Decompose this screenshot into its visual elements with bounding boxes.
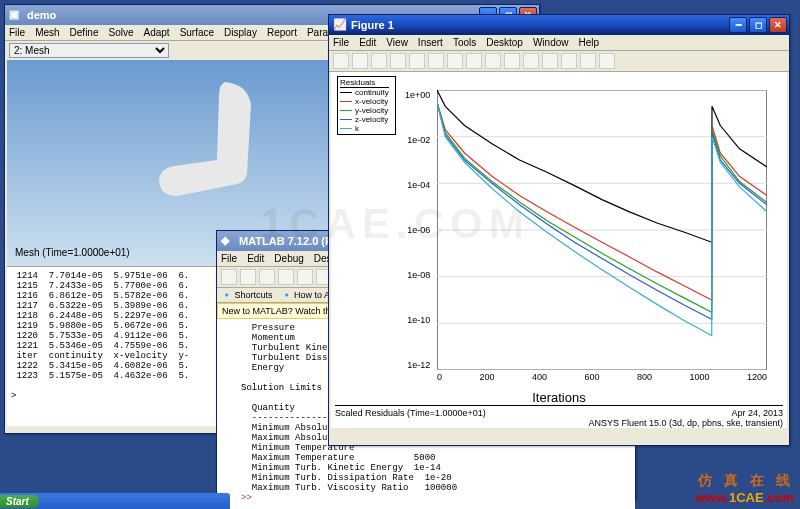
- legend-item: z-velocity: [340, 115, 389, 124]
- legend-item: k: [340, 124, 389, 133]
- tool-icon[interactable]: [221, 269, 237, 285]
- plot-area: Residuals continuityx-velocityy-velocity…: [331, 72, 787, 428]
- menu-file[interactable]: File: [9, 27, 25, 38]
- menu-file[interactable]: File: [333, 37, 349, 48]
- footer-left: Scaled Residuals (Time=1.0000e+01): [335, 408, 486, 428]
- demo-title: demo: [27, 9, 56, 21]
- hide-tools-icon[interactable]: [599, 53, 615, 69]
- menu-surface[interactable]: Surface: [180, 27, 214, 38]
- brush-icon[interactable]: [523, 53, 539, 69]
- x-axis-ticks: 020040060080010001200: [437, 372, 767, 382]
- datacursor-icon[interactable]: [504, 53, 520, 69]
- chart: [437, 90, 767, 370]
- legend-title: Residuals: [340, 78, 389, 88]
- menu-insert[interactable]: Insert: [418, 37, 443, 48]
- footer-right: ANSYS Fluent 15.0 (3d, dp, pbns, ske, tr…: [588, 418, 783, 428]
- menu-report[interactable]: Report: [267, 27, 297, 38]
- brand-url: www.1CAE.com: [696, 490, 795, 505]
- menu-edit[interactable]: Edit: [359, 37, 376, 48]
- legend: Residuals continuityx-velocityy-velocity…: [337, 76, 396, 135]
- minimize-button[interactable]: ━: [729, 17, 747, 33]
- menu-display[interactable]: Display: [224, 27, 257, 38]
- figure-toolbar[interactable]: [329, 51, 789, 72]
- menu-define[interactable]: Define: [70, 27, 99, 38]
- legend-item: x-velocity: [340, 97, 389, 106]
- brand-cn: 仿 真 在 线: [696, 472, 795, 490]
- series-continuity: [437, 90, 767, 242]
- figure-footer: Scaled Residuals (Time=1.0000e+01) Apr 2…: [335, 405, 783, 428]
- pointer-icon[interactable]: [409, 53, 425, 69]
- tool-icon[interactable]: [278, 269, 294, 285]
- figure-menubar[interactable]: FileEditViewInsertToolsDesktopWindowHelp: [329, 35, 789, 51]
- app-icon: ▣: [9, 8, 23, 22]
- print-icon[interactable]: [390, 53, 406, 69]
- shortcut-item[interactable]: 🔹 Shortcuts: [221, 290, 273, 300]
- mesh-geometry: [147, 76, 277, 206]
- series-y-velocity: [437, 102, 767, 312]
- menu-adapt[interactable]: Adapt: [144, 27, 170, 38]
- colorbar-icon[interactable]: [561, 53, 577, 69]
- zoom-in-icon[interactable]: [428, 53, 444, 69]
- matlab-icon: ◆: [221, 234, 235, 248]
- series-k: [437, 102, 767, 335]
- legend-item: continuity: [340, 88, 389, 97]
- site-brand: 仿 真 在 线 www.1CAE.com: [696, 472, 795, 505]
- viewport-label: Mesh (Time=1.0000e+01): [15, 247, 130, 258]
- legend-icon[interactable]: [580, 53, 596, 69]
- maximize-button[interactable]: ◻: [749, 17, 767, 33]
- menu-help[interactable]: Help: [579, 37, 600, 48]
- y-axis-ticks: 1e+001e-021e-041e-061e-081e-101e-12: [405, 90, 430, 370]
- menu-edit[interactable]: Edit: [247, 253, 264, 264]
- figure-window: 📈 Figure 1 ━ ◻ ✕ FileEditViewInsertTools…: [328, 14, 790, 446]
- footer-date: Apr 24, 2013: [588, 408, 783, 418]
- menu-tools[interactable]: Tools: [453, 37, 476, 48]
- open-icon[interactable]: [352, 53, 368, 69]
- x-axis-title: Iterations: [331, 390, 787, 405]
- rotate-icon[interactable]: [485, 53, 501, 69]
- display-selector[interactable]: 2: Mesh: [9, 43, 169, 58]
- menu-mesh[interactable]: Mesh: [35, 27, 59, 38]
- tool-icon[interactable]: [259, 269, 275, 285]
- save-icon[interactable]: [371, 53, 387, 69]
- menu-solve[interactable]: Solve: [108, 27, 133, 38]
- menu-debug[interactable]: Debug: [274, 253, 303, 264]
- close-button[interactable]: ✕: [769, 17, 787, 33]
- legend-item: y-velocity: [340, 106, 389, 115]
- taskbar[interactable]: Start: [0, 493, 230, 509]
- tool-icon[interactable]: [240, 269, 256, 285]
- new-icon[interactable]: [333, 53, 349, 69]
- zoom-out-icon[interactable]: [447, 53, 463, 69]
- pan-icon[interactable]: [466, 53, 482, 69]
- figure-icon: 📈: [333, 18, 347, 32]
- menu-view[interactable]: View: [386, 37, 408, 48]
- figure-title: Figure 1: [351, 19, 394, 31]
- menu-window[interactable]: Window: [533, 37, 569, 48]
- tool-icon[interactable]: [297, 269, 313, 285]
- link-icon[interactable]: [542, 53, 558, 69]
- series-z-velocity: [437, 102, 767, 319]
- menu-desktop[interactable]: Desktop: [486, 37, 523, 48]
- start-button[interactable]: Start: [0, 495, 39, 508]
- figure-titlebar[interactable]: 📈 Figure 1 ━ ◻ ✕: [329, 15, 789, 35]
- menu-file[interactable]: File: [221, 253, 237, 264]
